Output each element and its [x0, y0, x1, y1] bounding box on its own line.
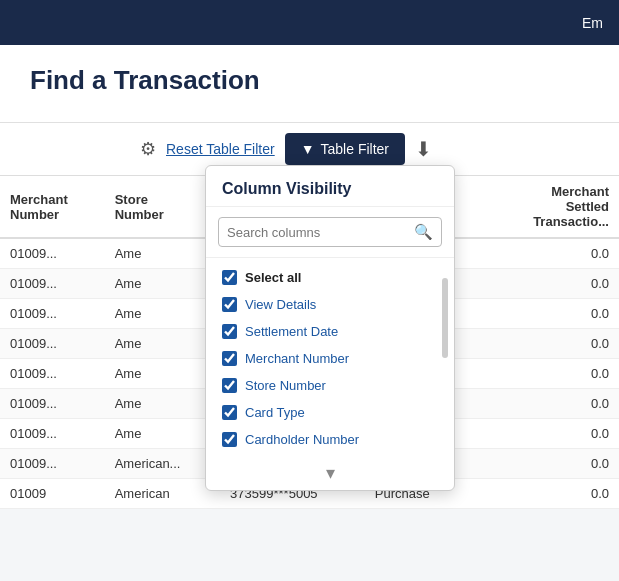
table-cell: 0.0	[490, 419, 619, 449]
table-cell: 01009...	[0, 329, 105, 359]
top-bar: Em	[0, 0, 619, 45]
search-box-wrapper: 🔍	[206, 207, 454, 258]
table-cell: 0.0	[490, 238, 619, 269]
column-list: Select allView DetailsSettlement DateMer…	[206, 258, 454, 458]
column-label: View Details	[245, 297, 316, 312]
column-checkbox[interactable]	[222, 297, 237, 312]
table-cell: 01009...	[0, 359, 105, 389]
col-merchant-settled: MerchantSettledTransactio...	[490, 176, 619, 238]
column-visibility-dropdown: Column Visibility 🔍 Select allView Detai…	[205, 165, 455, 491]
column-visibility-item[interactable]: Merchant Number	[206, 345, 454, 372]
col-merchant-number: MerchantNumber	[0, 176, 105, 238]
column-checkbox[interactable]	[222, 432, 237, 447]
dropdown-title: Column Visibility	[206, 166, 454, 207]
table-cell: 01009...	[0, 269, 105, 299]
column-visibility-item[interactable]: Settlement Date	[206, 318, 454, 345]
table-cell: 0.0	[490, 329, 619, 359]
table-cell: 0.0	[490, 389, 619, 419]
column-visibility-item[interactable]: Transaction Type	[206, 453, 454, 458]
column-label: Store Number	[245, 378, 326, 393]
table-filter-button[interactable]: ▼ Table Filter	[285, 133, 405, 165]
table-cell: 0.0	[490, 269, 619, 299]
column-label: Select all	[245, 270, 301, 285]
gear-button[interactable]: ⚙	[140, 138, 156, 160]
table-cell: 01009...	[0, 389, 105, 419]
download-icon: ⬇	[415, 138, 432, 160]
table-cell: 0.0	[490, 299, 619, 329]
column-label: Card Type	[245, 405, 305, 420]
column-visibility-item[interactable]: Card Type	[206, 399, 454, 426]
scroll-indicator	[442, 278, 448, 358]
page-title: Find a Transaction	[30, 65, 589, 96]
column-checkbox[interactable]	[222, 351, 237, 366]
table-cell: Ame	[105, 419, 220, 449]
table-cell: American...	[105, 449, 220, 479]
column-label: Settlement Date	[245, 324, 338, 339]
search-icon: 🔍	[414, 223, 433, 241]
column-checkbox[interactable]	[222, 324, 237, 339]
table-cell: Ame	[105, 269, 220, 299]
table-cell: American	[105, 479, 220, 509]
column-checkbox[interactable]	[222, 270, 237, 285]
scroll-down-arrow: ▾	[206, 458, 454, 490]
table-cell: Ame	[105, 389, 220, 419]
column-visibility-item[interactable]: Store Number	[206, 372, 454, 399]
table-cell: 01009...	[0, 238, 105, 269]
column-checkbox[interactable]	[222, 405, 237, 420]
table-cell: 01009	[0, 479, 105, 509]
table-cell: 01009...	[0, 449, 105, 479]
column-checkbox[interactable]	[222, 378, 237, 393]
download-button[interactable]: ⬇	[415, 137, 432, 161]
table-cell: Ame	[105, 329, 220, 359]
filter-icon: ▼	[301, 141, 315, 157]
table-cell: 01009...	[0, 299, 105, 329]
col-store-number: StoreNumber	[105, 176, 220, 238]
column-label: Merchant Number	[245, 351, 349, 366]
column-visibility-item[interactable]: View Details	[206, 291, 454, 318]
table-cell: 0.0	[490, 479, 619, 509]
column-label: Cardholder Number	[245, 432, 359, 447]
table-cell: Ame	[105, 238, 220, 269]
top-bar-label: Em	[582, 15, 603, 31]
table-cell: Ame	[105, 359, 220, 389]
search-columns-input[interactable]	[227, 225, 414, 240]
table-cell: 0.0	[490, 359, 619, 389]
table-cell: 0.0	[490, 449, 619, 479]
search-input-wrapper[interactable]: 🔍	[218, 217, 442, 247]
table-cell: 01009...	[0, 419, 105, 449]
column-visibility-item[interactable]: Cardholder Number	[206, 426, 454, 453]
gear-icon: ⚙	[140, 139, 156, 159]
page-content: Find a Transaction	[0, 45, 619, 122]
reset-table-filter-button[interactable]: Reset Table Filter	[166, 141, 275, 157]
table-cell: Ame	[105, 299, 220, 329]
select-all-item[interactable]: Select all	[206, 264, 454, 291]
